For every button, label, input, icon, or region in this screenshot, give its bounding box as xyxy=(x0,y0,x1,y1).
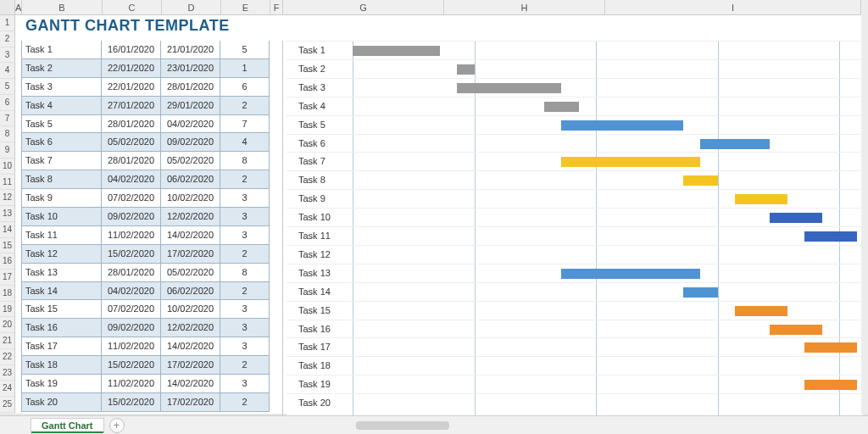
row-header-25[interactable]: 25 xyxy=(0,397,14,413)
gantt-bar[interactable] xyxy=(457,64,475,75)
table-cell[interactable]: Task 6 xyxy=(21,133,102,151)
table-cell[interactable]: Task 19 xyxy=(21,375,102,392)
table-cell[interactable]: 8 xyxy=(220,264,270,281)
table-row[interactable]: Task 1911/02/202014/02/20203 xyxy=(21,375,270,393)
new-sheet-button[interactable]: + xyxy=(109,418,125,433)
table-cell[interactable]: Task 8 xyxy=(21,170,102,188)
table-cell[interactable]: 28/01/2020 xyxy=(102,115,161,133)
column-header-D[interactable]: D xyxy=(162,0,221,14)
gantt-bar[interactable] xyxy=(700,139,770,149)
sheet-tab-gantt[interactable]: Gantt Chart xyxy=(31,418,104,432)
table-cell[interactable]: 6 xyxy=(220,78,270,96)
table-cell[interactable]: Task 13 xyxy=(21,264,102,281)
row-header-20[interactable]: 20 xyxy=(0,317,14,333)
table-cell[interactable]: 27/01/2020 xyxy=(102,97,161,114)
column-header-H[interactable]: H xyxy=(444,0,605,14)
row-header-1[interactable]: 1 xyxy=(0,15,14,31)
row-header-6[interactable]: 6 xyxy=(0,95,14,111)
row-header-18[interactable]: 18 xyxy=(0,286,14,302)
table-cell[interactable]: Task 17 xyxy=(21,337,102,355)
table-cell[interactable]: 16/01/2020 xyxy=(102,41,161,58)
table-cell[interactable]: 10/02/2020 xyxy=(161,189,220,207)
row-header-19[interactable]: 19 xyxy=(0,302,14,318)
table-cell[interactable]: 14/02/2020 xyxy=(161,337,220,355)
table-row[interactable]: Task 1328/01/202005/02/20208 xyxy=(21,264,270,282)
table-cell[interactable]: 05/02/2020 xyxy=(102,133,161,151)
table-cell[interactable]: 11/02/2020 xyxy=(102,337,161,355)
column-header-A[interactable]: A xyxy=(15,0,22,14)
table-cell[interactable]: 12/02/2020 xyxy=(161,319,220,337)
table-row[interactable]: Task 116/01/202021/01/20205 xyxy=(21,41,270,59)
table-cell[interactable]: Task 1 xyxy=(21,41,102,58)
gantt-bar[interactable] xyxy=(561,157,700,167)
table-cell[interactable]: Task 9 xyxy=(21,189,102,207)
table-cell[interactable]: 09/02/2020 xyxy=(102,208,161,225)
table-cell[interactable]: 1 xyxy=(220,59,270,77)
table-row[interactable]: Task 907/02/202010/02/20203 xyxy=(21,189,270,208)
table-cell[interactable]: 09/02/2020 xyxy=(161,133,220,151)
gantt-bar[interactable] xyxy=(770,325,822,335)
row-header-2[interactable]: 2 xyxy=(0,31,14,47)
table-cell[interactable]: 15/02/2020 xyxy=(102,393,161,411)
table-cell[interactable]: 04/02/2020 xyxy=(161,115,220,133)
table-cell[interactable]: 10/02/2020 xyxy=(161,300,220,318)
table-cell[interactable]: 2 xyxy=(220,282,270,300)
table-cell[interactable]: 06/02/2020 xyxy=(161,282,220,300)
table-cell[interactable]: 29/01/2020 xyxy=(161,97,220,114)
table-row[interactable]: Task 1609/02/202012/02/20203 xyxy=(21,319,270,337)
table-row[interactable]: Task 1815/02/202017/02/20202 xyxy=(21,356,270,375)
row-header-24[interactable]: 24 xyxy=(0,381,14,397)
table-cell[interactable]: 23/01/2020 xyxy=(161,59,220,77)
table-cell[interactable]: 11/02/2020 xyxy=(102,226,161,244)
gantt-bar[interactable] xyxy=(457,83,561,93)
gantt-bar[interactable] xyxy=(804,342,857,353)
table-cell[interactable]: Task 2 xyxy=(21,59,102,77)
row-header-10[interactable]: 10 xyxy=(0,159,14,175)
table-cell[interactable]: 14/02/2020 xyxy=(161,226,220,244)
table-cell[interactable]: 21/01/2020 xyxy=(161,41,220,58)
table-row[interactable]: Task 1711/02/202014/02/20203 xyxy=(21,337,270,356)
gantt-bar[interactable] xyxy=(735,194,787,204)
column-header-E[interactable]: E xyxy=(221,0,270,14)
table-cell[interactable]: 3 xyxy=(220,300,270,318)
table-cell[interactable]: 28/01/2020 xyxy=(102,264,161,281)
table-cell[interactable]: 2 xyxy=(220,356,270,374)
table-cell[interactable]: 09/02/2020 xyxy=(102,319,161,337)
table-cell[interactable]: Task 7 xyxy=(21,152,102,170)
row-header-12[interactable]: 12 xyxy=(0,190,14,206)
row-header-23[interactable]: 23 xyxy=(0,365,14,381)
row-header-9[interactable]: 9 xyxy=(0,142,14,159)
gantt-bar[interactable] xyxy=(770,213,822,223)
table-row[interactable]: Task 2015/02/202017/02/20202 xyxy=(21,393,270,412)
table-cell[interactable]: 28/01/2020 xyxy=(161,78,220,96)
table-cell[interactable]: Task 15 xyxy=(21,300,102,318)
table-cell[interactable]: 3 xyxy=(220,319,270,337)
column-header-C[interactable]: C xyxy=(103,0,162,14)
table-cell[interactable]: Task 11 xyxy=(21,226,102,244)
row-header-13[interactable]: 13 xyxy=(0,206,14,222)
table-cell[interactable]: 14/02/2020 xyxy=(161,375,220,392)
gantt-bar[interactable] xyxy=(561,269,700,279)
table-cell[interactable]: 28/01/2020 xyxy=(102,152,161,170)
table-row[interactable]: Task 1215/02/202017/02/20202 xyxy=(21,245,270,264)
column-header-I[interactable]: I xyxy=(605,0,861,14)
table-cell[interactable]: Task 16 xyxy=(21,319,102,337)
gantt-bar[interactable] xyxy=(735,306,787,316)
table-cell[interactable]: 07/02/2020 xyxy=(102,300,161,318)
gantt-bar[interactable] xyxy=(804,380,857,390)
table-cell[interactable]: 3 xyxy=(220,189,270,207)
row-header-17[interactable]: 17 xyxy=(0,270,14,286)
row-header-5[interactable]: 5 xyxy=(0,79,14,95)
row-header-7[interactable]: 7 xyxy=(0,111,14,127)
select-all-corner[interactable] xyxy=(0,0,15,14)
table-row[interactable]: Task 1111/02/202014/02/20203 xyxy=(21,226,270,245)
table-row[interactable]: Task 222/01/202023/01/20201 xyxy=(21,59,270,78)
table-row[interactable]: Task 605/02/202009/02/20204 xyxy=(21,133,270,152)
table-cell[interactable]: 2 xyxy=(220,245,270,263)
table-cell[interactable]: 5 xyxy=(220,41,270,58)
table-row[interactable]: Task 1507/02/202010/02/20203 xyxy=(21,300,270,319)
gantt-bar[interactable] xyxy=(804,231,857,242)
table-cell[interactable]: 3 xyxy=(220,337,270,355)
table-row[interactable]: Task 804/02/202006/02/20202 xyxy=(21,170,270,189)
table-cell[interactable]: Task 3 xyxy=(21,78,102,96)
